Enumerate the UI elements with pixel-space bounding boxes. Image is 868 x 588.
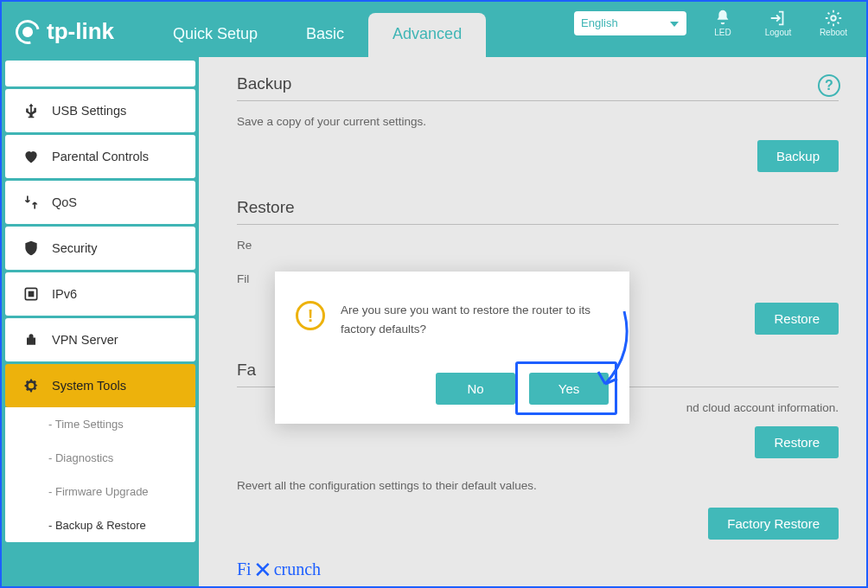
confirm-no-button[interactable]: No [436,373,515,405]
sidebar-sub-time[interactable]: Time Settings [9,407,192,441]
tab-quick-setup[interactable]: Quick Setup [149,13,282,57]
sidebar-sub-diagnostics[interactable]: Diagnostics [9,441,192,475]
sidebar-item-ipv6[interactable]: IPv6 [5,272,195,316]
confirm-yes-button[interactable]: Yes [529,373,609,405]
bell-icon [713,9,732,28]
restore-button[interactable]: Restore [755,303,839,335]
language-select-wrap: English [574,11,686,35]
factory-restore-button[interactable]: Factory Restore [708,508,839,540]
usb-icon [22,102,40,119]
backup-desc: Save a copy of your current settings. [237,115,839,128]
qos-icon [22,194,40,211]
logout-button[interactable]: Logout [759,9,797,37]
confirm-message: Are you sure you want to restore the rou… [341,301,609,338]
warning-icon: ! [296,301,325,330]
tab-basic[interactable]: Basic [282,13,368,57]
tab-advanced[interactable]: Advanced [368,13,486,57]
led-button[interactable]: LED [704,9,742,37]
logo-icon [11,15,44,48]
svg-rect-2 [29,291,35,297]
sidebar-item-prev[interactable] [5,61,195,86]
ipv6-icon [22,285,40,303]
app-header: tp-link Quick Setup Basic Advanced Engli… [2,2,866,57]
brand-logo: tp-link [16,18,114,45]
restore-title: Restore [237,198,839,225]
shield-icon [22,240,40,257]
sidebar-sub-firmware[interactable]: Firmware Upgrade [9,475,192,508]
sidebar-item-system-tools[interactable]: System Tools [5,364,195,407]
section-backup: Backup Save a copy of your current setti… [237,74,839,172]
sidebar-submenu: Time Settings Diagnostics Firmware Upgra… [5,407,195,542]
gear-icon [22,377,40,394]
factory-restore-top-button[interactable]: Restore [755,426,839,458]
watermark-x-icon: ✕ [253,557,272,584]
sidebar-item-qos[interactable]: QoS [5,181,195,224]
header-controls: English LED Logout Reboot [574,9,852,37]
vpn-icon [22,331,40,348]
watermark: Fi ✕ crunch [237,554,321,581]
reboot-icon [824,9,843,28]
sidebar-item-parental[interactable]: Parental Controls [5,135,195,178]
sidebar-item-vpn[interactable]: VPN Server [5,318,195,361]
svg-point-0 [831,16,836,21]
sidebar: USB Settings Parental Controls QoS Secur… [2,57,199,586]
logout-icon [769,9,788,28]
top-tabs: Quick Setup Basic Advanced [149,13,486,57]
confirm-dialog: ! Are you sure you want to restore the r… [275,272,629,424]
factory-full-desc: Revert all the configuration settings to… [237,479,839,492]
heart-icon [22,148,40,165]
sidebar-sub-backup-restore[interactable]: Backup & Restore [9,508,192,542]
language-select[interactable]: English [574,11,686,35]
backup-button[interactable]: Backup [757,140,839,172]
reboot-button[interactable]: Reboot [814,9,852,37]
sidebar-item-security[interactable]: Security [5,227,195,270]
help-button[interactable]: ? [818,74,840,97]
sidebar-item-usb[interactable]: USB Settings [5,89,195,132]
restore-line1: Re [237,239,839,252]
brand-text: tp-link [47,18,114,45]
backup-title: Backup [237,74,839,101]
